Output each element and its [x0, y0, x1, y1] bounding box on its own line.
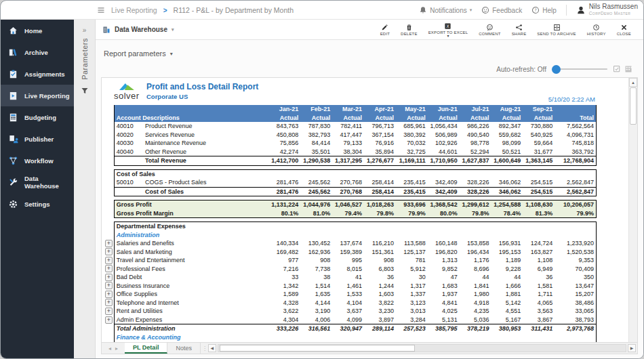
cell-value: 350 — [555, 273, 596, 282]
sidebar-item-assignments[interactable]: Assignments — [1, 63, 74, 85]
send-to-archive-button[interactable]: SEND TO ARCHIVE — [531, 20, 581, 40]
close-button[interactable]: CLOSE — [611, 20, 637, 40]
expand-row-button[interactable]: + — [105, 257, 113, 264]
hamburger-menu-icon[interactable] — [97, 6, 105, 14]
share-button[interactable]: SHARE — [506, 20, 532, 40]
cell-value: 5,142 — [491, 299, 523, 308]
cell-value: 417,447 — [332, 131, 364, 140]
sidebar-item-settings[interactable]: Settings — [1, 193, 74, 215]
delete-button[interactable]: DELETE — [395, 20, 423, 40]
sidebar-item-live-reporting[interactable]: Live Reporting — [1, 85, 74, 106]
expand-row-button[interactable]: + — [105, 274, 113, 281]
divider — [566, 5, 567, 16]
cell-value: 36 — [523, 273, 555, 282]
feedback-button[interactable]: Feedback — [481, 6, 522, 14]
toolbar-button-label: SEND TO ARCHIVE — [537, 32, 576, 36]
sidebar-item-publisher[interactable]: Publisher — [1, 128, 74, 150]
cell-value: 4,065 — [523, 299, 555, 308]
slider-knob[interactable] — [552, 65, 561, 74]
expand-row-button[interactable]: + — [105, 282, 113, 289]
horizontal-scrollbar[interactable] — [218, 344, 626, 352]
cell-value: 995 — [332, 256, 364, 265]
expand-row-button[interactable]: + — [105, 316, 113, 324]
pl-detail-table: Account DescriptionsJan-21Feb-21Mar-21Ap… — [104, 105, 597, 342]
expand-panel-icon[interactable]: » — [83, 26, 87, 34]
expand-row-button[interactable]: + — [105, 240, 113, 247]
cell-value: 9,353 — [555, 256, 596, 265]
parameters-panel-toggle[interactable]: » Parameters — [74, 20, 96, 358]
sidebar-item-budgeting[interactable]: Budgeting — [1, 106, 74, 128]
cell-value: 50,521 — [491, 148, 523, 156]
cell-value: 3,190 — [300, 307, 332, 316]
sidebar-item-archive[interactable]: Archive — [1, 41, 74, 63]
cell-value: 5,131 — [428, 316, 460, 324]
breadcrumb-section[interactable]: Live Reporting — [111, 6, 157, 14]
table-row: 40030Maintenance Revenue75,85684,41479,1… — [104, 139, 597, 148]
expand-row-button[interactable]: + — [105, 265, 113, 272]
help-button[interactable]: ? Help — [531, 6, 557, 14]
grid-view-icon[interactable] — [624, 65, 632, 73]
expand-row-button[interactable]: + — [105, 291, 113, 298]
next-sheet-button[interactable]: ▸ — [115, 345, 118, 352]
cell-value: 3,123 — [396, 299, 428, 308]
cell-value: 3,284 — [396, 316, 428, 324]
cell-value: 559,682 — [491, 131, 523, 140]
data-source-dropdown[interactable]: Data Warehouse ▾ — [102, 26, 174, 34]
cell-value: 59,664 — [523, 139, 555, 148]
edit-button[interactable]: EDIT — [375, 20, 395, 40]
sidebar-item-home[interactable]: Home — [1, 20, 74, 41]
auto-refresh-slider[interactable] — [552, 64, 607, 74]
archive-icon — [8, 47, 18, 58]
data-source-label: Data Warehouse — [115, 26, 167, 33]
sheet-tab-notes[interactable]: Notes — [167, 343, 201, 354]
user-avatar-icon — [576, 5, 586, 15]
cabinet-icon — [553, 24, 561, 31]
expand-row-button[interactable]: + — [105, 248, 113, 255]
prev-sheet-button[interactable]: ◂ — [108, 345, 111, 352]
cell-value: 4,104 — [332, 299, 364, 308]
cell-value: 235,415 — [396, 187, 428, 196]
sheet-tab-pl-detail[interactable]: PL Detail — [125, 343, 167, 354]
report-parameters-toggle[interactable]: Report parameters ▾ — [104, 49, 173, 58]
expand-row-button[interactable]: + — [105, 299, 113, 306]
period-type-header: Actual — [332, 114, 364, 123]
history-button[interactable]: HISTORY — [582, 20, 611, 40]
expand-row-button[interactable]: + — [105, 308, 113, 315]
cell-value: 36 — [364, 273, 396, 282]
user-menu[interactable]: Nils Rasmussen CorpDemo Master — [576, 3, 638, 17]
vertical-scroll-thumb[interactable] — [630, 87, 637, 125]
notifications-button[interactable]: Notifications ▾ — [419, 6, 472, 14]
scroll-up-button[interactable]: ▲ — [629, 78, 637, 87]
cell-value: 781 — [396, 256, 428, 265]
cell-value: 4,328 — [268, 299, 300, 308]
cell-value — [555, 169, 596, 178]
cell-value: 1,980 — [460, 290, 491, 299]
cell-value: 5,912 — [396, 265, 428, 274]
tab-splitter-handle[interactable]: ⋮ — [202, 345, 207, 352]
sidebar-item-workflow[interactable]: Workflow — [1, 150, 74, 171]
export-to-excel-button[interactable]: XEXPORT TO EXCEL▾ — [423, 20, 474, 40]
cell-value: 316,561 — [300, 324, 332, 333]
period-type-header: Actual — [491, 114, 523, 123]
cell-value — [460, 231, 491, 240]
cell-value: 1,603 — [364, 290, 396, 299]
row-label: Professional Fees — [114, 265, 268, 274]
scroll-right-button[interactable]: ▶ — [628, 344, 636, 352]
row-label: Departmental Expenses — [114, 222, 268, 231]
auto-refresh-state: Off — [538, 66, 546, 73]
period-type-header: Actual — [428, 114, 460, 123]
horizontal-scroll-thumb[interactable] — [220, 345, 416, 352]
cell-value: 4,841 — [428, 299, 460, 308]
sidebar-item-data-warehouse[interactable]: Data Warehouse — [1, 171, 74, 193]
manual-refresh-icon[interactable] — [613, 65, 621, 73]
cell-value: 328,226 — [460, 187, 491, 196]
scroll-left-button[interactable]: ◀ — [208, 344, 216, 352]
cell-value: 450,808 — [268, 131, 300, 140]
account-number: 40040 — [114, 148, 143, 156]
cell-value: 1,363,145 — [523, 156, 555, 166]
bell-icon — [419, 6, 427, 14]
comment-button[interactable]: COMMENT — [473, 20, 506, 40]
sheet-tab-bar: ◂ ▸ PL DetailNotes ⋮ ◀ ▶ — [102, 342, 637, 354]
vertical-scrollbar[interactable]: ▲ — [628, 78, 637, 342]
cell-value: 363,792 — [555, 148, 596, 156]
